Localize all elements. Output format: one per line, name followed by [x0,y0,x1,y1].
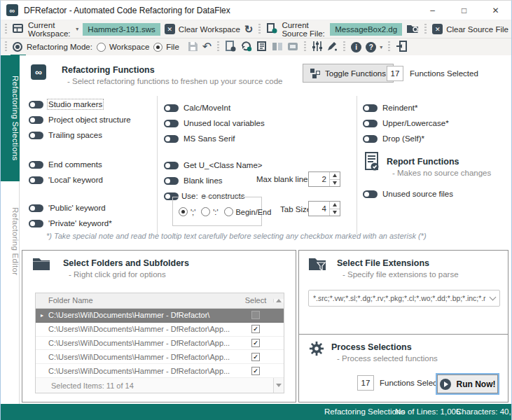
spin-down-button[interactable] [330,180,340,187]
grid-row[interactable]: C:\Users\Wil\Documents\Hammer - DfRefact… [36,337,284,351]
mode-file-radio[interactable]: File [153,43,179,52]
clear-source-file-button[interactable]: ✕ Clear Source File [432,24,508,34]
toggle-unused-source-files[interactable]: Unused source files [363,188,453,200]
toggle-end-comments[interactable]: End comments [29,159,102,170]
browse-file-icon[interactable] [406,23,419,35]
reload-workspace-icon[interactable]: ↻ [244,24,254,34]
toggle-label: 'Private' keyword* [48,219,112,227]
toggle-calc-moveint[interactable]: Calc/MoveInt [164,102,230,113]
checkbox-checked[interactable]: ✓ [251,339,260,347]
gear-icon [309,341,324,358]
settings-sliders-icon[interactable] [312,41,322,53]
toggle-get-u-class-name[interactable]: Get U_<Class Name> [164,160,263,171]
toggle-label: 'Public' keyword [48,204,106,212]
extensions-combo[interactable]: *.src;*.vw;*.sl;*.dg;*.rv;*.pkg;*.cl;*.w… [308,290,500,307]
toggle-blank-lines[interactable]: Blank lines [164,175,223,186]
save-icon[interactable] [188,41,198,53]
spin-down-button[interactable] [330,209,340,216]
book-icon[interactable] [272,41,283,53]
toggle-switch [29,220,43,227]
grid-row[interactable]: C:\Users\Wil\Documents\Hammer - DfRefact… [36,364,284,378]
help-icon: ? [366,42,376,52]
toolbar-grip[interactable] [217,41,219,52]
spin-up-button[interactable] [330,202,340,209]
folder-path: C:\Users\Wil\Documents\Hammer - DfRefact… [48,325,238,333]
toggle-public-keyword[interactable]: 'Public' keyword [29,202,106,214]
max-blank-lines-spinner[interactable]: 2 [308,172,340,187]
radio-label: ':' [213,208,218,216]
toggle-upper-lowercase[interactable]: Upper/Lowercase* [363,118,449,129]
mode-workspace-radio[interactable]: Workspace [97,43,149,52]
toolbar-grip[interactable] [5,24,7,35]
scroll-up-button[interactable] [273,299,284,302]
grid-header-folder-name[interactable]: Folder Name [48,296,238,304]
maximize-button[interactable]: □ [448,1,480,20]
window-controls: – □ ✕ [417,1,511,20]
minimize-button[interactable]: – [417,1,448,20]
toggle-switch [164,120,179,127]
toggle-unused-local-variables[interactable]: Unused local variables [164,118,265,129]
toggle-studio-markers[interactable]: Studio markers [29,99,102,110]
toggle-local-keyword[interactable]: 'Local' keyword [29,174,103,186]
sidebar-tabstrip: Refactoring Selections Refactoring Edito… [1,55,20,404]
extensions-value: *.src;*.vw;*.sl;*.dg;*.rv;*.pkg;*.cl;*.w… [313,295,487,302]
help-button[interactable]: ? ▾ [366,42,382,52]
mode-toolbar: Refactoring Mode: Workspace File ↶ [1,38,511,55]
toggle-label: End comments [48,160,102,169]
checkbox-checked[interactable]: ✓ [251,353,260,361]
spin-up-button[interactable] [330,172,340,180]
checkbox-unchecked[interactable] [251,311,260,319]
status-pane-title: Refactoring Selections [324,407,405,416]
use-begin-end-radio[interactable]: Begin/End [224,207,272,216]
checkbox-checked[interactable]: ✓ [251,367,260,375]
scroll-down-button[interactable] [273,378,284,393]
checkbox-checked[interactable]: ✓ [251,325,260,333]
use-colon-radio[interactable]: ':' [201,207,218,216]
tab-size-spinner[interactable]: 4 [308,201,340,216]
status-line-count: No of Lines: 1,005 [395,407,460,416]
report-document-icon[interactable] [225,41,236,53]
tab-refactoring-selections[interactable]: Refactoring Selections [1,55,20,181]
toolbar-grip[interactable] [388,41,390,52]
grid-row[interactable]: C:\Users\Wil\Documents\Hammer - DfRefact… [36,350,284,364]
toggle-project-object-structure[interactable]: Project object structure [29,114,131,125]
chevron-down-icon [490,293,497,300]
clear-workspace-button[interactable]: ✕ Clear Workspace [165,24,240,34]
toggle-switch [164,104,179,112]
edit-document-icon[interactable] [256,41,268,53]
toggle-functions-label: Toggle Functions [325,69,386,78]
refresh-document-icon[interactable] [240,41,252,53]
tab-size-value: 4 [309,202,329,216]
run-now-button[interactable]: Run Now! [437,374,498,393]
status-char-count: Characters: 40,100 [456,407,512,416]
toolbar-grip[interactable] [5,41,7,52]
tab-refactoring-editor[interactable]: Refactoring Editor [1,186,20,298]
toggle-functions-button[interactable]: Toggle Functions [303,64,394,83]
grid-row[interactable]: C:\Users\Wil\Documents\Hammer - DfRefact… [36,323,284,337]
toolbar-grip[interactable] [304,41,306,52]
current-workspace-value: Hammer3-191.sws [83,23,160,36]
close-button[interactable]: ✕ [480,1,511,20]
report-functions-icon [363,152,380,173]
use-semicolon-radio[interactable]: ';' [179,207,195,216]
toggle-trailing-spaces[interactable]: Trailing spaces [29,130,102,141]
toggle-reindent[interactable]: Reindent* [363,102,418,113]
grid-row-selected[interactable]: ▸ C:\Users\Wil\Documents\Hammer - DfRefa… [36,309,284,323]
toolbar-grip[interactable] [424,24,427,35]
toolbar-grip[interactable] [258,24,261,35]
toolbar-grip[interactable] [343,41,345,52]
toggle-switch [29,176,43,184]
grid-header-select[interactable]: Select [238,296,273,304]
toggle-ms-sans-serif[interactable]: MS Sans Serif [164,133,235,144]
grid-header-row: Folder Name Select [36,293,284,309]
exit-icon[interactable] [396,41,408,53]
folder-filter-icon [308,257,326,273]
database-icon[interactable] [287,41,298,53]
undo-icon[interactable]: ↶ [202,41,212,52]
toggle-switch [363,120,378,127]
toggle-private-keyword[interactable]: 'Private' keyword* [29,218,112,229]
pen-icon[interactable] [326,41,338,53]
workspace-dropdown-icon[interactable]: ▾ [76,26,78,32]
info-icon[interactable]: i [351,42,361,52]
toggle-drop-self[interactable]: Drop (Self)* [363,133,424,144]
